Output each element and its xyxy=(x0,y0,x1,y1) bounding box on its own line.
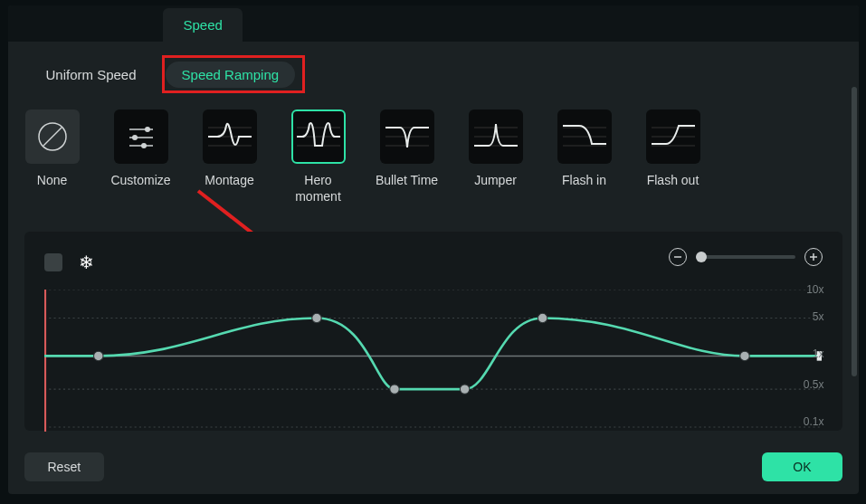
preset-jumper-label: Jumper xyxy=(474,173,517,189)
sub-tabs: Uniform Speed Speed Ramping xyxy=(8,42,859,104)
preset-none[interactable]: None xyxy=(21,109,84,204)
presets-row: None Customize Montage xyxy=(8,104,859,204)
curve-svg xyxy=(44,290,823,432)
hero-curve-icon xyxy=(293,111,344,162)
zoom-controls xyxy=(669,248,823,266)
preset-flashout-thumb xyxy=(646,109,700,164)
preset-bullet[interactable]: Bullet Time xyxy=(376,109,439,204)
bullet-curve-icon xyxy=(382,111,433,162)
zoom-slider-handle[interactable] xyxy=(696,252,707,262)
freeze-frame-icon[interactable]: ❄ xyxy=(79,252,94,273)
svg-point-7 xyxy=(141,143,147,148)
svg-point-5 xyxy=(132,135,138,140)
preset-jumper-thumb xyxy=(469,109,523,164)
zoom-slider[interactable] xyxy=(696,255,795,259)
jumper-curve-icon xyxy=(471,111,521,162)
axis-label-1x: 1x xyxy=(813,347,824,360)
preset-hero-label: Hero moment xyxy=(287,173,350,204)
keyframe-toggle[interactable] xyxy=(44,253,62,271)
scrollbar[interactable] xyxy=(852,87,857,376)
footer: Reset OK xyxy=(24,452,842,481)
preset-customize-thumb xyxy=(114,109,168,164)
curve-editor: ❄ xyxy=(24,232,842,431)
curve-point[interactable] xyxy=(311,313,320,322)
speed-panel: Video Color Speed Uniform Speed Speed Ra… xyxy=(8,5,859,494)
preset-none-thumb xyxy=(25,109,80,164)
preset-hero[interactable]: Hero moment xyxy=(287,109,350,204)
curve-point[interactable] xyxy=(93,351,102,360)
preset-customize[interactable]: Customize xyxy=(109,109,173,204)
curve-point[interactable] xyxy=(739,351,748,360)
montage-curve-icon xyxy=(205,111,255,162)
flashout-curve-icon xyxy=(648,111,699,162)
preset-montage-thumb xyxy=(203,109,257,164)
tab-strip-bg xyxy=(8,5,859,42)
sliders-icon xyxy=(122,118,160,156)
sub-tab-ramping[interactable]: Speed Ramping xyxy=(166,62,296,88)
axis-label-05x: 0.5x xyxy=(804,378,824,391)
tab-speed[interactable]: Speed xyxy=(163,8,242,42)
none-icon xyxy=(34,119,71,155)
svg-line-1 xyxy=(43,128,62,146)
preset-flashin-label: Flash in xyxy=(562,173,606,189)
preset-flashout[interactable]: Flash out xyxy=(642,109,705,204)
zoom-in-button[interactable] xyxy=(804,248,823,266)
flashin-curve-icon xyxy=(559,111,610,162)
preset-montage[interactable]: Montage xyxy=(198,109,262,204)
preset-none-label: None xyxy=(37,173,67,189)
axis-label-5x: 5x xyxy=(813,310,824,323)
reset-button[interactable]: Reset xyxy=(24,452,105,481)
preset-bullet-label: Bullet Time xyxy=(376,173,438,189)
preset-hero-thumb xyxy=(291,109,346,164)
axis-label-01x: 0.1x xyxy=(804,415,824,428)
speed-curve[interactable] xyxy=(44,318,823,389)
svg-point-3 xyxy=(145,127,150,132)
preset-bullet-thumb xyxy=(380,109,434,164)
curve-point[interactable] xyxy=(460,385,469,394)
curve-point[interactable] xyxy=(538,313,547,322)
axis-label-10x: 10x xyxy=(806,283,823,296)
ok-button[interactable]: OK xyxy=(762,452,842,481)
preset-flashin[interactable]: Flash in xyxy=(553,109,616,204)
sub-tab-uniform[interactable]: Uniform Speed xyxy=(30,62,153,88)
preset-flashout-label: Flash out xyxy=(647,173,699,189)
preset-jumper[interactable]: Jumper xyxy=(464,109,528,204)
zoom-out-button[interactable] xyxy=(669,248,687,266)
preset-customize-label: Customize xyxy=(110,173,170,189)
curve-point[interactable] xyxy=(389,385,398,394)
preset-flashin-thumb xyxy=(557,109,612,164)
curve-area[interactable]: 10x 5x 1x 0.5x 0.1x xyxy=(44,290,823,425)
preset-montage-label: Montage xyxy=(205,173,253,189)
